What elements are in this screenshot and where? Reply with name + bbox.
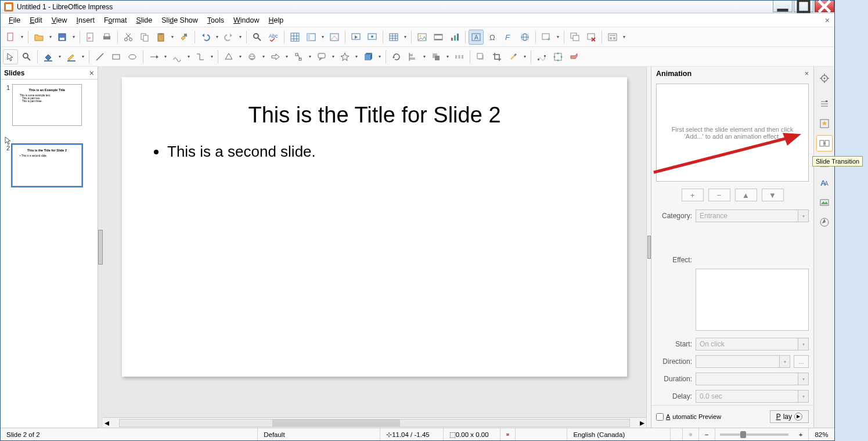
new-dropdown[interactable]: ▾: [19, 34, 25, 39]
3d-tool[interactable]: [361, 49, 376, 64]
points-tool[interactable]: [534, 49, 549, 64]
menu-edit[interactable]: Edit: [25, 15, 47, 26]
animation-tab-icon[interactable]: [816, 115, 833, 132]
new-slide-button[interactable]: +: [539, 30, 554, 45]
line-tool[interactable]: [92, 49, 107, 64]
new-button[interactable]: [3, 30, 18, 45]
insert-chart-button[interactable]: [447, 30, 462, 45]
extrusion-tool[interactable]: [567, 49, 582, 64]
menu-tools[interactable]: Tools: [203, 15, 229, 26]
sidebar-settings-icon[interactable]: [816, 70, 833, 86]
open-dropdown[interactable]: ▾: [48, 34, 53, 39]
delete-slide-button[interactable]: [584, 30, 599, 45]
maximize-button[interactable]: [794, 1, 813, 12]
zoom-slider[interactable]: [720, 433, 788, 436]
redo-button[interactable]: [221, 30, 236, 45]
properties-tab-icon[interactable]: [816, 96, 833, 112]
menu-window[interactable]: Window: [229, 15, 264, 26]
menu-view[interactable]: View: [47, 15, 72, 26]
insert-table-button[interactable]: [386, 30, 401, 45]
menu-file[interactable]: File: [4, 15, 25, 26]
category-select[interactable]: Entrance▾: [696, 209, 809, 222]
master-slide-button[interactable]: [327, 30, 342, 45]
save-dropdown[interactable]: ▾: [71, 34, 77, 39]
horizontal-scrollbar[interactable]: ◂ ▸: [103, 417, 646, 428]
block-arrow-tool[interactable]: [268, 49, 283, 64]
master-slides-tab-icon[interactable]: AA: [816, 175, 833, 191]
zoom-value[interactable]: 82%: [809, 428, 834, 440]
flowchart-tool[interactable]: [291, 49, 306, 64]
insert-image-button[interactable]: [415, 30, 430, 45]
insert-hyperlink-button[interactable]: [517, 30, 532, 45]
display-grid-button[interactable]: [287, 30, 302, 45]
clone-format-button[interactable]: [177, 30, 192, 45]
auto-preview-checkbox[interactable]: Automatic Preview: [656, 413, 721, 421]
duplicate-slide-button[interactable]: [567, 30, 582, 45]
slide-transition-tab-icon[interactable]: [816, 135, 833, 151]
paste-dropdown[interactable]: ▾: [170, 34, 175, 39]
curve-tool[interactable]: [170, 49, 185, 64]
undo-dropdown[interactable]: ▾: [214, 34, 220, 39]
add-effect-button[interactable]: +: [682, 189, 704, 201]
basic-shapes-tool[interactable]: [221, 49, 236, 64]
export-pdf-button[interactable]: P: [83, 30, 98, 45]
insert-fontwork-button[interactable]: F: [501, 30, 516, 45]
effect-list[interactable]: [696, 269, 809, 331]
redo-dropdown[interactable]: ▾: [237, 34, 243, 39]
fit-page-icon[interactable]: [683, 428, 699, 440]
splitter-right[interactable]: [646, 67, 651, 428]
paste-button[interactable]: [153, 30, 168, 45]
cut-button[interactable]: [121, 30, 136, 45]
spellcheck-button[interactable]: Abc: [266, 30, 281, 45]
distribute-tool[interactable]: [452, 49, 467, 64]
remove-effect-button[interactable]: −: [708, 189, 730, 201]
callout-tool[interactable]: [314, 49, 329, 64]
connector-tool[interactable]: [193, 49, 208, 64]
align-tool[interactable]: [405, 49, 420, 64]
display-views-button[interactable]: [304, 30, 319, 45]
slide-layout-button[interactable]: [605, 30, 620, 45]
print-button[interactable]: [99, 30, 114, 45]
star-tool[interactable]: [337, 49, 352, 64]
move-down-button[interactable]: ▼: [762, 189, 784, 201]
menu-slideshow[interactable]: Slide Show: [157, 15, 203, 26]
close-document-button[interactable]: ×: [825, 16, 830, 25]
move-up-button[interactable]: ▲: [735, 189, 757, 201]
minimize-button[interactable]: [773, 1, 793, 12]
rotate-tool[interactable]: [389, 49, 404, 64]
duration-field[interactable]: ▾: [696, 373, 809, 385]
play-button[interactable]: Play ▶: [770, 410, 809, 423]
zoom-out-button[interactable]: −: [699, 428, 715, 440]
status-language[interactable]: English (Canada): [567, 428, 670, 440]
start-first-slide-button[interactable]: [348, 30, 363, 45]
zoom-tool[interactable]: [19, 49, 34, 64]
menu-slide[interactable]: Slide: [131, 15, 157, 26]
animation-panel-close[interactable]: ×: [805, 70, 809, 78]
menu-help[interactable]: Help: [264, 15, 289, 26]
start-current-slide-button[interactable]: [365, 30, 380, 45]
direction-select[interactable]: ▾: [696, 355, 790, 368]
rectangle-tool[interactable]: [109, 49, 124, 64]
symbol-shapes-tool[interactable]: [244, 49, 260, 64]
direction-options-button[interactable]: …: [794, 355, 809, 368]
menu-format[interactable]: Format: [99, 15, 132, 26]
delay-field[interactable]: 0.0 sec▾: [696, 390, 809, 403]
zoom-in-button[interactable]: +: [793, 428, 809, 440]
shadow-tool[interactable]: [473, 49, 488, 64]
menu-insert[interactable]: Insert: [72, 15, 99, 26]
insert-av-button[interactable]: [431, 30, 446, 45]
copy-button[interactable]: [137, 30, 152, 45]
navigator-tab-icon[interactable]: [816, 214, 833, 230]
close-button[interactable]: [815, 1, 834, 12]
filter-tool[interactable]: [506, 49, 521, 64]
undo-button[interactable]: [198, 30, 213, 45]
slide-body-text[interactable]: This is a second slide.: [157, 143, 592, 161]
fill-color-button[interactable]: [41, 49, 56, 64]
start-select[interactable]: On click▾: [696, 338, 809, 350]
splitter-left[interactable]: [98, 67, 103, 428]
arrow-line-tool[interactable]: [146, 49, 161, 64]
open-button[interactable]: [31, 30, 46, 45]
styles-tab-icon[interactable]: [816, 194, 833, 211]
find-button[interactable]: [250, 30, 265, 45]
crop-tool[interactable]: [489, 49, 505, 64]
